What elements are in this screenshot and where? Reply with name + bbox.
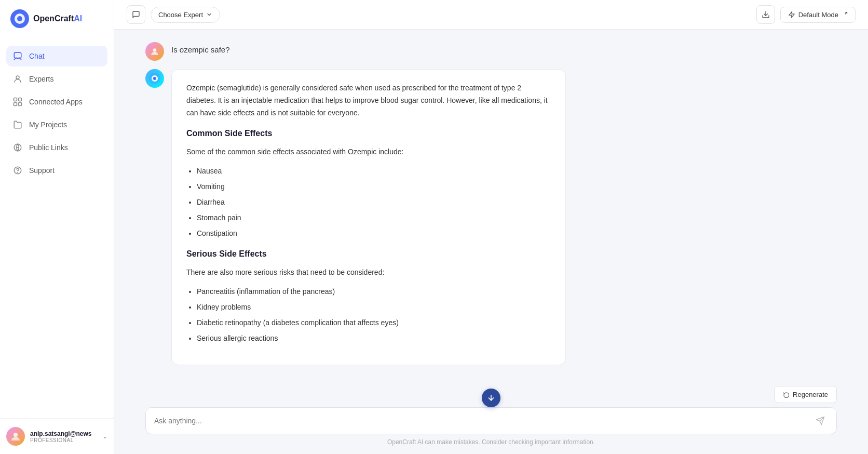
- sidebar: OpenCraftAI Chat Experts: [0, 0, 114, 454]
- external-link-icon: [842, 11, 848, 18]
- ai-message-avatar: [145, 69, 164, 88]
- svg-rect-6: [19, 98, 22, 101]
- download-icon: [762, 10, 770, 19]
- topbar: Choose Expert Default Mode: [114, 0, 868, 30]
- logo-icon: [10, 9, 29, 28]
- avatar: [6, 427, 25, 446]
- mode-icon: [788, 11, 795, 18]
- user-message-avatar: [145, 42, 164, 61]
- logo: OpenCraftAI: [0, 0, 114, 37]
- default-mode-label: Default Mode: [798, 11, 838, 19]
- scroll-to-bottom-button[interactable]: [482, 389, 500, 407]
- ai-response-intro: Ozempic (semaglutide) is generally consi…: [186, 82, 551, 119]
- regenerate-icon: [783, 391, 790, 398]
- experts-icon: [12, 74, 23, 84]
- common-side-effects-heading: Common Side Effects: [186, 126, 551, 140]
- topbar-left: Choose Expert: [127, 5, 220, 24]
- svg-marker-14: [789, 11, 794, 18]
- sidebar-item-experts-label: Experts: [29, 75, 53, 83]
- user-role: PROFESSIONAL: [30, 437, 97, 443]
- sidebar-nav: Chat Experts Connected App: [0, 37, 114, 418]
- list-item: Kidney problems: [197, 301, 551, 314]
- chat-input-row: [145, 407, 837, 434]
- regenerate-button[interactable]: Regenerate: [774, 386, 837, 403]
- chat-icon: [12, 51, 23, 61]
- svg-point-19: [153, 77, 156, 80]
- user-question-text: Is ozempic safe?: [171, 42, 566, 54]
- serious-side-effects-list: Pancreatitis (inflammation of the pancre…: [197, 286, 551, 344]
- disclaimer-text: OpenCraft AI can make mistakes. Consider…: [145, 438, 837, 446]
- svg-point-16: [153, 48, 157, 52]
- chat-input[interactable]: [154, 417, 807, 425]
- svg-point-12: [13, 433, 18, 437]
- svg-rect-3: [14, 52, 21, 58]
- sidebar-item-public-links[interactable]: Public Links: [6, 137, 107, 158]
- svg-point-4: [16, 76, 19, 79]
- ai-message-content: Ozempic (semaglutide) is generally consi…: [171, 69, 566, 365]
- list-item: Vomiting: [197, 181, 551, 193]
- common-side-effects-intro: Some of the common side effects associat…: [186, 146, 551, 158]
- user-email: anip.satsangi@news: [30, 430, 97, 437]
- sidebar-item-my-projects[interactable]: My Projects: [6, 114, 107, 135]
- support-icon: [12, 165, 23, 176]
- chat-mode-button[interactable]: [127, 5, 145, 24]
- list-item: Diarrhea: [197, 196, 551, 209]
- chevron-down-icon: [206, 11, 212, 18]
- my-projects-icon: [12, 119, 23, 130]
- user-message-content: Is ozempic safe?: [171, 42, 566, 54]
- sidebar-item-public-links-label: Public Links: [29, 143, 68, 152]
- public-links-icon: [12, 142, 23, 153]
- svg-point-2: [17, 16, 22, 21]
- sidebar-item-chat[interactable]: Chat: [6, 46, 107, 66]
- serious-side-effects-heading: Serious Side Effects: [186, 247, 551, 261]
- regenerate-label: Regenerate: [793, 391, 828, 398]
- connected-apps-icon: [12, 97, 23, 107]
- list-item: Stomach pain: [197, 212, 551, 224]
- ai-message: Ozempic (semaglutide) is generally consi…: [145, 69, 837, 365]
- sidebar-item-support-label: Support: [29, 166, 55, 175]
- sidebar-item-support[interactable]: Support: [6, 160, 107, 181]
- list-item: Constipation: [197, 228, 551, 240]
- list-item: Diabetic retinopathy (a diabetes complic…: [197, 317, 551, 329]
- sidebar-item-chat-label: Chat: [29, 52, 45, 60]
- svg-rect-7: [14, 103, 17, 106]
- sidebar-item-connected-apps-label: Connected Apps: [29, 98, 83, 106]
- chat-bottom: Regenerate OpenCraft AI can make mistake…: [114, 382, 868, 454]
- sidebar-item-my-projects-label: My Projects: [29, 121, 67, 129]
- user-message: Is ozempic safe?: [145, 42, 837, 61]
- serious-side-effects-intro: There are also more serious risks that n…: [186, 266, 551, 279]
- arrow-down-icon: [487, 394, 495, 402]
- download-button[interactable]: [756, 5, 775, 24]
- user-info: anip.satsangi@news PROFESSIONAL: [30, 430, 97, 443]
- choose-expert-button[interactable]: Choose Expert: [151, 7, 220, 23]
- choose-expert-label: Choose Expert: [158, 11, 203, 19]
- list-item: Nausea: [197, 165, 551, 178]
- svg-rect-5: [14, 98, 17, 101]
- list-item: Serious allergic reactions: [197, 332, 551, 345]
- logo-text: OpenCraftAI: [33, 14, 82, 23]
- send-icon: [816, 416, 825, 425]
- svg-point-11: [18, 172, 18, 172]
- ai-response-card: Ozempic (semaglutide) is generally consi…: [171, 69, 566, 365]
- sidebar-item-connected-apps[interactable]: Connected Apps: [6, 91, 107, 112]
- chat-area: Is ozempic safe? Ozempic (semaglutide) i…: [114, 30, 868, 382]
- topbar-right: Default Mode: [756, 5, 856, 24]
- svg-rect-8: [19, 103, 22, 106]
- send-button[interactable]: [812, 413, 828, 429]
- chevron-down-icon: ⌄: [102, 433, 107, 440]
- list-item: Pancreatitis (inflammation of the pancre…: [197, 286, 551, 298]
- common-side-effects-list: Nausea Vomiting Diarrhea Stomach pain Co…: [197, 165, 551, 239]
- user-profile[interactable]: anip.satsangi@news PROFESSIONAL ⌄: [0, 418, 114, 454]
- message-icon: [132, 10, 140, 19]
- main-content: Choose Expert Default Mode: [114, 0, 868, 454]
- sidebar-item-experts[interactable]: Experts: [6, 69, 107, 89]
- default-mode-button[interactable]: Default Mode: [780, 7, 856, 23]
